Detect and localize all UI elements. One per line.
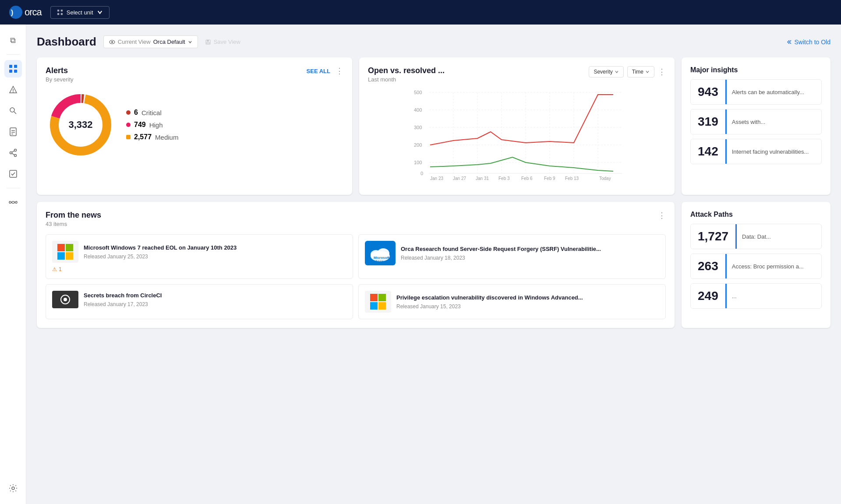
news-item-3-title: Privilege escalation vulnerability disco… xyxy=(396,294,659,302)
news-item-1-header: Microsoft Azure Orca Research found Serv… xyxy=(365,241,659,265)
sidebar-item-copy[interactable]: ⧉ xyxy=(4,32,22,49)
svg-rect-7 xyxy=(14,65,17,68)
news-item-1-date: Released January 18, 2023 xyxy=(401,255,659,261)
news-item-1-info: Orca Research found Server-Side Request … xyxy=(401,245,659,261)
eye-icon xyxy=(109,39,115,45)
attack-text-2: ... xyxy=(727,284,742,308)
critical-dot xyxy=(126,110,131,115)
double-chevron-left-icon xyxy=(786,39,792,45)
svg-text:200: 200 xyxy=(414,142,422,148)
alerts-title-group: Alerts By severity xyxy=(46,66,74,83)
news-item-0-date: Released January 25, 2023 xyxy=(84,254,346,260)
news-header: From the news 43 items ⋮ xyxy=(46,211,666,227)
open-vs-resolved-card: Open vs. resolved ... Last month Severit… xyxy=(359,57,675,195)
svg-rect-29 xyxy=(207,42,209,44)
attack-text-1: Access: Broc permission a... xyxy=(727,254,809,278)
win-red xyxy=(370,294,378,301)
warning-icon: ⚠ xyxy=(52,266,57,272)
high-count: 749 xyxy=(134,121,146,129)
sidebar-item-reports[interactable] xyxy=(4,123,22,141)
sidebar-item-share[interactable] xyxy=(4,144,22,162)
attack-item-0[interactable]: 1,727 Data: Dat... xyxy=(690,224,822,249)
news-item-1[interactable]: Microsoft Azure Orca Research found Serv… xyxy=(358,234,666,279)
svg-line-13 xyxy=(14,112,16,114)
svg-rect-3 xyxy=(61,10,63,11)
insight-text-1: Assets with... xyxy=(727,109,771,134)
attack-item-2[interactable]: 249 ... xyxy=(690,283,822,309)
insight-item-2[interactable]: 142 Internet facing vulnerabilities... xyxy=(690,139,822,164)
infinity-icon xyxy=(9,198,18,207)
news-grid: Microsoft Windows 7 reached EOL on Janua… xyxy=(46,234,666,319)
circleci-icon xyxy=(57,293,74,306)
select-unit-button[interactable]: Select unit xyxy=(50,6,110,19)
switch-to-old-button[interactable]: Switch to Old xyxy=(786,39,830,46)
circleci-logo xyxy=(52,291,78,308)
sidebar-item-integrations[interactable] xyxy=(4,194,22,211)
sidebar-item-settings[interactable] xyxy=(4,479,22,497)
legend-critical: 6 Critical xyxy=(126,109,178,116)
news-item-2-date: Released January 17, 2023 xyxy=(84,301,346,307)
azure-logo: Microsoft Azure xyxy=(365,241,396,265)
svg-rect-2 xyxy=(57,10,59,11)
sidebar-item-search[interactable] xyxy=(4,102,22,120)
win-green xyxy=(378,294,386,301)
news-item-2-header: Secrets breach from CircleCI Released Ja… xyxy=(52,291,346,308)
svg-text:500: 500 xyxy=(414,90,422,95)
alert-triangle-icon xyxy=(9,85,18,94)
ms-yellow xyxy=(66,252,73,260)
attack-number-1: 263 xyxy=(691,254,727,278)
svg-rect-4 xyxy=(57,13,59,15)
news-title: From the news xyxy=(46,211,101,220)
news-item-2[interactable]: Secrets breach from CircleCI Released Ja… xyxy=(46,284,353,319)
alerts-card: Alerts By severity SEE ALL ⋮ xyxy=(37,57,352,195)
news-item-2-title: Secrets breach from CircleCI xyxy=(84,292,346,300)
windows-grid-logo xyxy=(370,294,386,310)
svg-text:Azure: Azure xyxy=(375,260,383,262)
alerts-content: 3,332 6 Critical 749 High xyxy=(46,90,343,160)
news-item-3[interactable]: Privilege escalation vulnerability disco… xyxy=(358,284,666,319)
news-card: From the news 43 items ⋮ xyxy=(37,202,675,328)
insight-item-1[interactable]: 319 Assets with... xyxy=(690,109,822,134)
severity-chevron-icon xyxy=(615,70,619,74)
save-view-button[interactable]: Save View xyxy=(205,39,240,45)
alert-legend: 6 Critical 749 High 2,577 Medium xyxy=(126,109,178,141)
insight-item-0[interactable]: 943 Alerts can be automatically... xyxy=(690,79,822,105)
time-filter-button[interactable]: Time xyxy=(627,66,654,78)
alerts-header: Alerts By severity SEE ALL ⋮ xyxy=(46,66,343,83)
svg-point-26 xyxy=(111,41,113,43)
svg-text:Microsoft: Microsoft xyxy=(374,256,389,260)
news-item-0[interactable]: Microsoft Windows 7 reached EOL on Janua… xyxy=(46,234,353,279)
page-header: Dashboard Current View Orca Default Save… xyxy=(37,35,830,49)
insight-number-2: 142 xyxy=(691,139,727,164)
dashboard-icon xyxy=(9,64,18,73)
sidebar-item-dashboard[interactable] xyxy=(4,60,22,78)
search-icon xyxy=(9,106,18,115)
current-view-button[interactable]: Current View Orca Default xyxy=(103,35,198,48)
news-more-icon[interactable]: ⋮ xyxy=(658,211,666,220)
svg-text:Jan 31: Jan 31 xyxy=(476,176,489,181)
page-title: Dashboard xyxy=(37,35,96,49)
settings-gear-icon xyxy=(9,484,18,493)
share-icon xyxy=(9,148,18,157)
see-all-button[interactable]: SEE ALL xyxy=(307,68,330,74)
more-options-icon[interactable]: ⋮ xyxy=(336,66,343,76)
svg-line-22 xyxy=(12,151,14,152)
sidebar-divider-1 xyxy=(7,54,20,55)
sidebar-item-tasks[interactable] xyxy=(4,165,22,183)
high-label: High xyxy=(149,121,163,129)
svg-rect-23 xyxy=(10,170,17,177)
svg-point-19 xyxy=(10,152,12,154)
win-blue xyxy=(370,302,378,310)
attack-item-1[interactable]: 263 Access: Broc permission a... xyxy=(690,254,822,279)
alerts-subtitle: By severity xyxy=(46,76,74,83)
high-dot xyxy=(126,123,131,127)
severity-filter-button[interactable]: Severity xyxy=(589,66,623,78)
news-item-3-info: Privilege escalation vulnerability disco… xyxy=(396,294,659,310)
attack-number-2: 249 xyxy=(691,284,727,308)
chart-title-group: Open vs. resolved ... Last month xyxy=(368,66,445,83)
content-area: Dashboard Current View Orca Default Save… xyxy=(26,25,841,504)
chart-more-icon[interactable]: ⋮ xyxy=(658,67,666,77)
news-item-0-info: Microsoft Windows 7 reached EOL on Janua… xyxy=(84,244,346,260)
svg-text:Jan 27: Jan 27 xyxy=(453,176,466,181)
sidebar-item-alerts[interactable] xyxy=(4,81,22,99)
